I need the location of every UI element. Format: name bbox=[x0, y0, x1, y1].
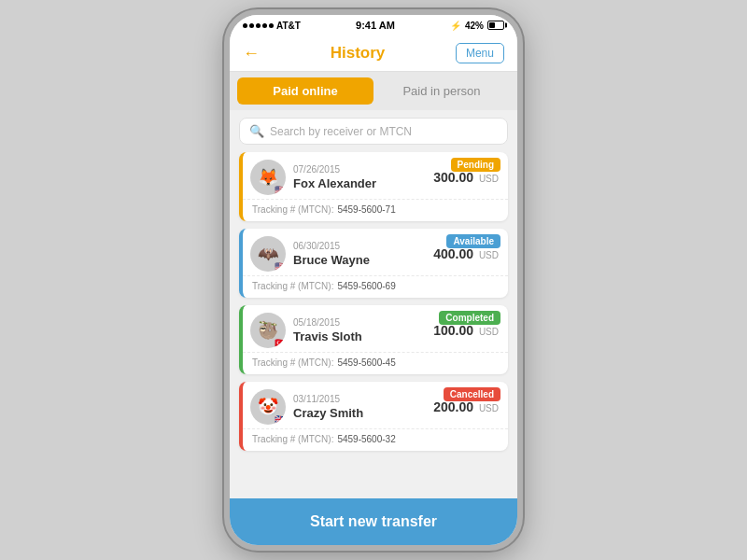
transaction-amount: 400.00 USD bbox=[433, 246, 499, 261]
transaction-name: Travis Sloth bbox=[293, 329, 433, 343]
battery-percent: 42% bbox=[465, 21, 484, 31]
start-transfer-button[interactable]: Start new transfer bbox=[230, 498, 517, 545]
tracking-label: Tracking # (MTCN): bbox=[252, 434, 333, 444]
card-info: 06/30/2015 Bruce Wayne bbox=[293, 241, 433, 267]
menu-button[interactable]: Menu bbox=[456, 43, 504, 63]
transaction-card[interactable]: 🦇 🇺🇸 06/30/2015 Bruce Wayne 400.00 USD A… bbox=[239, 229, 508, 298]
avatar: 🦊 🇺🇸 bbox=[250, 160, 286, 195]
tab-paid-in-person[interactable]: Paid in person bbox=[374, 77, 510, 105]
status-bar-right: ⚡ 42% bbox=[450, 21, 504, 31]
transaction-card[interactable]: 🦥 🇹🇷 05/18/2015 Travis Sloth 100.00 USD … bbox=[239, 305, 508, 374]
avatar: 🤡 🇬🇧 bbox=[250, 389, 286, 425]
card-top: 🦥 🇹🇷 05/18/2015 Travis Sloth 100.00 USD … bbox=[243, 305, 508, 352]
card-top: 🤡 🇬🇧 03/11/2015 Crazy Smith 200.00 USD C… bbox=[243, 382, 508, 428]
transaction-date: 06/30/2015 bbox=[293, 241, 433, 251]
nav-bar: ← History Menu bbox=[230, 35, 517, 72]
avatar: 🦥 🇹🇷 bbox=[250, 313, 286, 348]
tracking-number: 5459-5600-45 bbox=[337, 357, 395, 368]
tracking-label: Tracking # (MTCN): bbox=[252, 281, 333, 291]
transaction-name: Crazy Smith bbox=[293, 406, 433, 420]
transaction-name: Bruce Wayne bbox=[293, 253, 433, 267]
card-top: 🦊 🇺🇸 07/26/2015 Fox Alexander 300.00 USD… bbox=[243, 152, 508, 199]
nav-title: History bbox=[331, 44, 386, 63]
card-top: 🦇 🇺🇸 06/30/2015 Bruce Wayne 400.00 USD A… bbox=[243, 229, 508, 275]
transaction-card[interactable]: 🦊 🇺🇸 07/26/2015 Fox Alexander 300.00 USD… bbox=[239, 152, 508, 221]
phone-frame: AT&T 9:41 AM ⚡ 42% ← History Menu Paid o… bbox=[224, 9, 523, 551]
transaction-amount: 300.00 USD bbox=[433, 170, 499, 185]
signal-dots bbox=[243, 23, 274, 28]
card-info: 03/11/2015 Crazy Smith bbox=[293, 394, 433, 420]
card-bottom: Tracking # (MTCN): 5459-5600-32 bbox=[243, 428, 508, 451]
tracking-number: 5459-5600-69 bbox=[337, 281, 395, 291]
carrier-label: AT&T bbox=[276, 21, 301, 31]
transaction-amount: 100.00 USD bbox=[433, 323, 499, 338]
battery-icon bbox=[487, 21, 504, 30]
card-info: 07/26/2015 Fox Alexander bbox=[293, 164, 433, 190]
search-placeholder: Search by receiver or MTCN bbox=[270, 125, 412, 138]
status-badge: Cancelled bbox=[444, 387, 500, 401]
tabs-container: Paid online Paid in person bbox=[230, 72, 517, 110]
back-button[interactable]: ← bbox=[243, 44, 260, 63]
transaction-date: 03/11/2015 bbox=[293, 394, 433, 404]
transaction-name: Fox Alexander bbox=[293, 176, 433, 190]
search-icon: 🔍 bbox=[249, 124, 264, 138]
status-bar-left: AT&T bbox=[243, 21, 301, 31]
transaction-list: 🦊 🇺🇸 07/26/2015 Fox Alexander 300.00 USD… bbox=[230, 152, 517, 498]
card-bottom: Tracking # (MTCN): 5459-5600-69 bbox=[243, 275, 508, 298]
tab-paid-online[interactable]: Paid online bbox=[237, 77, 374, 105]
tracking-number: 5459-5600-32 bbox=[337, 434, 395, 444]
transaction-date: 05/18/2015 bbox=[293, 317, 433, 328]
status-time: 9:41 AM bbox=[356, 20, 395, 31]
card-bottom: Tracking # (MTCN): 5459-5600-45 bbox=[243, 352, 508, 374]
tracking-label: Tracking # (MTCN): bbox=[252, 204, 333, 215]
transaction-amount: 200.00 USD bbox=[433, 399, 499, 414]
bluetooth-icon: ⚡ bbox=[450, 21, 461, 31]
status-badge: Completed bbox=[439, 311, 500, 325]
card-bottom: Tracking # (MTCN): 5459-5600-71 bbox=[243, 199, 508, 221]
avatar: 🦇 🇺🇸 bbox=[250, 236, 286, 272]
card-info: 05/18/2015 Travis Sloth bbox=[293, 317, 433, 343]
status-bar: AT&T 9:41 AM ⚡ 42% bbox=[230, 15, 517, 35]
transaction-date: 07/26/2015 bbox=[293, 164, 433, 175]
search-bar[interactable]: 🔍 Search by receiver or MTCN bbox=[239, 118, 508, 145]
tracking-number: 5459-5600-71 bbox=[337, 204, 395, 215]
status-badge: Available bbox=[446, 234, 500, 248]
tracking-label: Tracking # (MTCN): bbox=[252, 357, 333, 368]
transaction-card[interactable]: 🤡 🇬🇧 03/11/2015 Crazy Smith 200.00 USD C… bbox=[239, 382, 508, 451]
status-badge: Pending bbox=[451, 158, 500, 172]
